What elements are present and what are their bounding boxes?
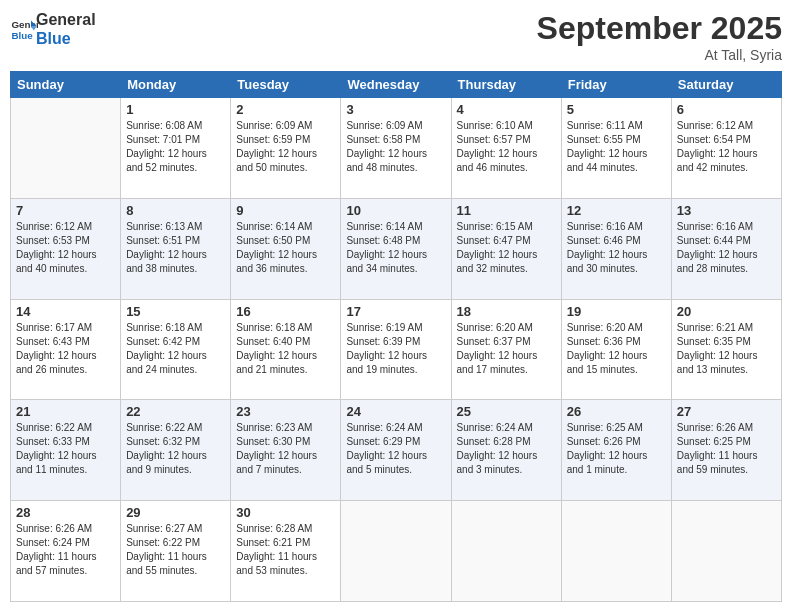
day-info: Sunrise: 6:13 AM Sunset: 6:51 PM Dayligh… xyxy=(126,220,225,276)
calendar-header-row: SundayMondayTuesdayWednesdayThursdayFrid… xyxy=(11,72,782,98)
day-number: 12 xyxy=(567,203,666,218)
calendar-day-cell: 7Sunrise: 6:12 AM Sunset: 6:53 PM Daylig… xyxy=(11,198,121,299)
day-info: Sunrise: 6:24 AM Sunset: 6:29 PM Dayligh… xyxy=(346,421,445,477)
calendar-week-row: 7Sunrise: 6:12 AM Sunset: 6:53 PM Daylig… xyxy=(11,198,782,299)
calendar-day-cell: 26Sunrise: 6:25 AM Sunset: 6:26 PM Dayli… xyxy=(561,400,671,501)
day-info: Sunrise: 6:08 AM Sunset: 7:01 PM Dayligh… xyxy=(126,119,225,175)
calendar-day-cell: 3Sunrise: 6:09 AM Sunset: 6:58 PM Daylig… xyxy=(341,98,451,199)
calendar-day-cell: 27Sunrise: 6:26 AM Sunset: 6:25 PM Dayli… xyxy=(671,400,781,501)
day-info: Sunrise: 6:22 AM Sunset: 6:33 PM Dayligh… xyxy=(16,421,115,477)
calendar-day-cell xyxy=(11,98,121,199)
calendar-day-cell: 15Sunrise: 6:18 AM Sunset: 6:42 PM Dayli… xyxy=(121,299,231,400)
calendar-day-cell: 13Sunrise: 6:16 AM Sunset: 6:44 PM Dayli… xyxy=(671,198,781,299)
day-info: Sunrise: 6:09 AM Sunset: 6:58 PM Dayligh… xyxy=(346,119,445,175)
calendar-day-cell: 18Sunrise: 6:20 AM Sunset: 6:37 PM Dayli… xyxy=(451,299,561,400)
day-header-monday: Monday xyxy=(121,72,231,98)
day-number: 13 xyxy=(677,203,776,218)
day-number: 16 xyxy=(236,304,335,319)
day-header-tuesday: Tuesday xyxy=(231,72,341,98)
calendar-day-cell: 5Sunrise: 6:11 AM Sunset: 6:55 PM Daylig… xyxy=(561,98,671,199)
calendar-day-cell: 12Sunrise: 6:16 AM Sunset: 6:46 PM Dayli… xyxy=(561,198,671,299)
calendar-day-cell: 30Sunrise: 6:28 AM Sunset: 6:21 PM Dayli… xyxy=(231,501,341,602)
day-info: Sunrise: 6:16 AM Sunset: 6:44 PM Dayligh… xyxy=(677,220,776,276)
day-header-saturday: Saturday xyxy=(671,72,781,98)
calendar-day-cell: 14Sunrise: 6:17 AM Sunset: 6:43 PM Dayli… xyxy=(11,299,121,400)
day-info: Sunrise: 6:24 AM Sunset: 6:28 PM Dayligh… xyxy=(457,421,556,477)
day-info: Sunrise: 6:26 AM Sunset: 6:24 PM Dayligh… xyxy=(16,522,115,578)
day-info: Sunrise: 6:11 AM Sunset: 6:55 PM Dayligh… xyxy=(567,119,666,175)
calendar-day-cell: 2Sunrise: 6:09 AM Sunset: 6:59 PM Daylig… xyxy=(231,98,341,199)
calendar-day-cell: 8Sunrise: 6:13 AM Sunset: 6:51 PM Daylig… xyxy=(121,198,231,299)
day-number: 14 xyxy=(16,304,115,319)
calendar-day-cell: 10Sunrise: 6:14 AM Sunset: 6:48 PM Dayli… xyxy=(341,198,451,299)
calendar-day-cell xyxy=(671,501,781,602)
day-number: 7 xyxy=(16,203,115,218)
page: General Blue General Blue September 2025… xyxy=(0,0,792,612)
month-title: September 2025 xyxy=(537,10,782,47)
calendar-week-row: 21Sunrise: 6:22 AM Sunset: 6:33 PM Dayli… xyxy=(11,400,782,501)
day-info: Sunrise: 6:22 AM Sunset: 6:32 PM Dayligh… xyxy=(126,421,225,477)
day-number: 22 xyxy=(126,404,225,419)
calendar-table: SundayMondayTuesdayWednesdayThursdayFrid… xyxy=(10,71,782,602)
calendar-day-cell: 25Sunrise: 6:24 AM Sunset: 6:28 PM Dayli… xyxy=(451,400,561,501)
svg-text:Blue: Blue xyxy=(11,30,33,41)
calendar-day-cell: 19Sunrise: 6:20 AM Sunset: 6:36 PM Dayli… xyxy=(561,299,671,400)
calendar-day-cell: 22Sunrise: 6:22 AM Sunset: 6:32 PM Dayli… xyxy=(121,400,231,501)
day-number: 2 xyxy=(236,102,335,117)
day-number: 6 xyxy=(677,102,776,117)
day-number: 8 xyxy=(126,203,225,218)
calendar-week-row: 28Sunrise: 6:26 AM Sunset: 6:24 PM Dayli… xyxy=(11,501,782,602)
day-info: Sunrise: 6:12 AM Sunset: 6:54 PM Dayligh… xyxy=(677,119,776,175)
day-info: Sunrise: 6:15 AM Sunset: 6:47 PM Dayligh… xyxy=(457,220,556,276)
day-info: Sunrise: 6:09 AM Sunset: 6:59 PM Dayligh… xyxy=(236,119,335,175)
logo-blue: Blue xyxy=(36,29,96,48)
day-number: 9 xyxy=(236,203,335,218)
logo: General Blue General Blue xyxy=(10,10,96,48)
day-number: 20 xyxy=(677,304,776,319)
day-number: 21 xyxy=(16,404,115,419)
day-number: 15 xyxy=(126,304,225,319)
day-info: Sunrise: 6:18 AM Sunset: 6:42 PM Dayligh… xyxy=(126,321,225,377)
calendar-day-cell: 4Sunrise: 6:10 AM Sunset: 6:57 PM Daylig… xyxy=(451,98,561,199)
day-number: 5 xyxy=(567,102,666,117)
day-number: 25 xyxy=(457,404,556,419)
calendar-day-cell: 11Sunrise: 6:15 AM Sunset: 6:47 PM Dayli… xyxy=(451,198,561,299)
day-number: 24 xyxy=(346,404,445,419)
day-info: Sunrise: 6:27 AM Sunset: 6:22 PM Dayligh… xyxy=(126,522,225,578)
day-info: Sunrise: 6:16 AM Sunset: 6:46 PM Dayligh… xyxy=(567,220,666,276)
day-info: Sunrise: 6:19 AM Sunset: 6:39 PM Dayligh… xyxy=(346,321,445,377)
day-info: Sunrise: 6:14 AM Sunset: 6:48 PM Dayligh… xyxy=(346,220,445,276)
day-number: 3 xyxy=(346,102,445,117)
day-header-thursday: Thursday xyxy=(451,72,561,98)
calendar-week-row: 14Sunrise: 6:17 AM Sunset: 6:43 PM Dayli… xyxy=(11,299,782,400)
day-info: Sunrise: 6:25 AM Sunset: 6:26 PM Dayligh… xyxy=(567,421,666,477)
calendar-day-cell: 28Sunrise: 6:26 AM Sunset: 6:24 PM Dayli… xyxy=(11,501,121,602)
day-number: 23 xyxy=(236,404,335,419)
day-info: Sunrise: 6:17 AM Sunset: 6:43 PM Dayligh… xyxy=(16,321,115,377)
day-info: Sunrise: 6:20 AM Sunset: 6:36 PM Dayligh… xyxy=(567,321,666,377)
calendar-day-cell: 21Sunrise: 6:22 AM Sunset: 6:33 PM Dayli… xyxy=(11,400,121,501)
day-number: 29 xyxy=(126,505,225,520)
day-info: Sunrise: 6:12 AM Sunset: 6:53 PM Dayligh… xyxy=(16,220,115,276)
day-info: Sunrise: 6:21 AM Sunset: 6:35 PM Dayligh… xyxy=(677,321,776,377)
day-info: Sunrise: 6:20 AM Sunset: 6:37 PM Dayligh… xyxy=(457,321,556,377)
header: General Blue General Blue September 2025… xyxy=(10,10,782,63)
calendar-day-cell: 23Sunrise: 6:23 AM Sunset: 6:30 PM Dayli… xyxy=(231,400,341,501)
calendar-day-cell: 20Sunrise: 6:21 AM Sunset: 6:35 PM Dayli… xyxy=(671,299,781,400)
calendar-day-cell: 24Sunrise: 6:24 AM Sunset: 6:29 PM Dayli… xyxy=(341,400,451,501)
day-info: Sunrise: 6:28 AM Sunset: 6:21 PM Dayligh… xyxy=(236,522,335,578)
calendar-day-cell: 9Sunrise: 6:14 AM Sunset: 6:50 PM Daylig… xyxy=(231,198,341,299)
logo-icon: General Blue xyxy=(10,15,38,43)
calendar-day-cell: 1Sunrise: 6:08 AM Sunset: 7:01 PM Daylig… xyxy=(121,98,231,199)
calendar-day-cell: 6Sunrise: 6:12 AM Sunset: 6:54 PM Daylig… xyxy=(671,98,781,199)
day-number: 1 xyxy=(126,102,225,117)
calendar-day-cell: 16Sunrise: 6:18 AM Sunset: 6:40 PM Dayli… xyxy=(231,299,341,400)
day-info: Sunrise: 6:10 AM Sunset: 6:57 PM Dayligh… xyxy=(457,119,556,175)
day-number: 28 xyxy=(16,505,115,520)
calendar-week-row: 1Sunrise: 6:08 AM Sunset: 7:01 PM Daylig… xyxy=(11,98,782,199)
day-number: 10 xyxy=(346,203,445,218)
day-number: 17 xyxy=(346,304,445,319)
day-number: 27 xyxy=(677,404,776,419)
day-number: 30 xyxy=(236,505,335,520)
day-info: Sunrise: 6:26 AM Sunset: 6:25 PM Dayligh… xyxy=(677,421,776,477)
